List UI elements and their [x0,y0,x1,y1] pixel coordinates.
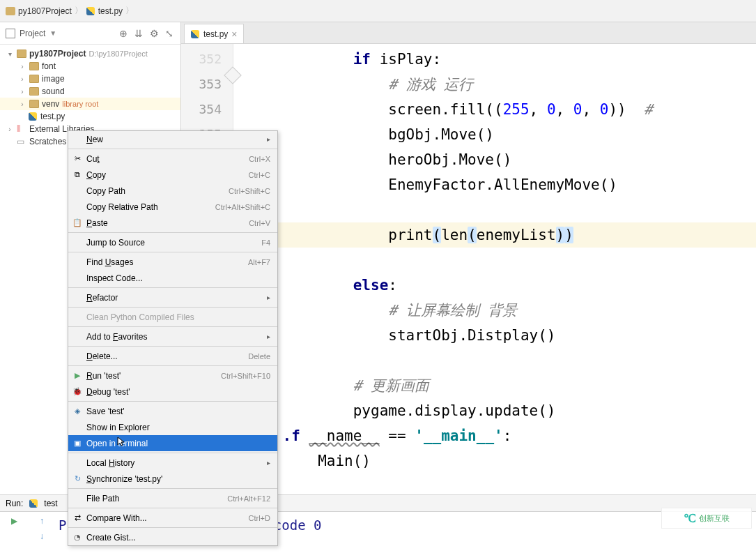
debug-icon: 🐞 [72,386,83,397]
menu-separator [68,401,277,402]
chevron-down-icon[interactable]: ▼ [49,29,56,37]
locate-icon[interactable]: ⊕ [118,28,129,39]
gear-icon[interactable]: ⚙ [148,28,160,39]
menu-label: Refactor [86,293,267,303]
menu-item-add-to-favorites[interactable]: Add to Favorites▸ [68,328,277,344]
menu-label: Jump to Source [86,238,261,248]
menu-item-file-path[interactable]: File PathCtrl+Alt+F12 [68,490,277,506]
menu-shortcut: Ctrl+Alt+F12 [227,494,270,503]
copy-icon: ⧉ [72,169,83,181]
menu-shortcut: Delete [248,352,270,361]
down-button[interactable]: ↓ [36,530,48,543]
menu-separator [68,527,277,528]
menu-item-debug-test[interactable]: 🐞Debug 'test' [68,384,277,400]
tree-folder-image[interactable]: › image [0,73,180,85]
breadcrumb-label: py1807Project [18,6,72,16]
project-header: Project ▼ ⊕ ⇊ ⚙ ⤡ [0,22,180,45]
menu-item-synchronize-test-py[interactable]: ↻Synchronize 'test.py' [68,471,277,487]
tree-label: sound [42,86,65,96]
close-icon[interactable]: × [231,29,237,40]
breadcrumb-project[interactable]: py1807Project [6,6,72,16]
tree-root[interactable]: ▾ py1807Project D:\py1807Project [0,47,180,60]
tree-label: image [42,74,65,84]
tab-label: test.py [203,29,228,39]
menu-label: Run 'test' [86,371,221,381]
menu-separator [68,508,277,508]
menu-item-show-in-explorer[interactable]: Show in Explorer [68,419,277,435]
menu-item-delete[interactable]: Delete...Delete [68,348,277,364]
up-button[interactable]: ↑ [36,515,48,527]
library-icon [17,124,26,134]
breadcrumb-label: test.py [98,6,123,16]
menu-label: Find Usages [86,257,248,267]
tree-label: venv [42,99,59,109]
menu-item-find-usages[interactable]: Find UsagesAlt+F7 [68,254,277,270]
expand-icon[interactable]: › [18,100,26,108]
expand-icon[interactable]: › [6,126,14,133]
menu-item-clean-python-compiled-files: Clean Python Compiled Files [68,309,277,325]
collapse-icon[interactable]: ⇊ [133,28,144,39]
hide-icon[interactable]: ⤡ [164,28,175,39]
rerun-button[interactable]: ▶ [8,515,20,527]
menu-separator [68,149,277,149]
submenu-arrow-icon: ▸ [267,459,270,467]
menu-shortcut: Ctrl+Shift+F10 [221,372,270,380]
tree-label: test.py [40,112,65,121]
menu-label: Copy [86,170,249,180]
scratch-icon [17,137,26,146]
menu-label: File Path [86,494,227,503]
breadcrumb-file[interactable]: test.py [86,6,123,16]
expand-icon[interactable]: › [18,75,26,83]
menu-item-run-test[interactable]: ▶Run 'test'Ctrl+Shift+F10 [68,368,277,384]
menu-item-refactor[interactable]: Refactor▸ [68,289,277,305]
chevron-right-icon: 〉 [125,5,134,17]
menu-item-create-gist[interactable]: ◔Create Gist... [68,529,277,545]
menu-separator [68,307,277,308]
expand-icon[interactable]: › [18,63,26,70]
menu-item-compare-with[interactable]: ⇄Compare With...Ctrl+D [68,510,277,526]
project-title[interactable]: Project [20,29,45,38]
tree-folder-sound[interactable]: › sound [0,85,180,98]
submenu-arrow-icon: ▸ [267,135,270,143]
tab-test-py[interactable]: test.py × [184,24,244,43]
menu-item-copy[interactable]: ⧉CopyCtrl+C [68,167,277,183]
menu-item-copy-relative-path[interactable]: Copy Relative PathCtrl+Alt+Shift+C [68,199,277,215]
menu-item-inspect-code[interactable]: Inspect Code... [68,270,277,286]
menu-label: Save 'test' [86,407,270,416]
menu-item-paste[interactable]: 📋PasteCtrl+V [68,215,277,231]
run-config-name[interactable]: test [44,499,57,508]
run-icon: ▶ [72,370,83,381]
menu-label: Cut [86,154,249,164]
term-icon: ▣ [72,438,83,449]
tree-file-test[interactable]: test.py [0,110,180,123]
menu-shortcut: Ctrl+X [249,155,270,163]
menu-label: Create Gist... [86,533,270,543]
tree-path: D:\py1807Project [88,50,147,58]
editor-tabs: test.py × [181,22,756,44]
run-label: Run: [6,499,23,508]
line-number: 354 [181,97,222,122]
submenu-arrow-icon: ▸ [267,333,270,340]
menu-label: Local History [86,458,267,468]
sync-icon: ↻ [72,474,83,485]
menu-label: New [86,135,267,144]
menu-item-jump-to-source[interactable]: Jump to SourceF4 [68,234,277,250]
menu-item-cut[interactable]: ✂CutCtrl+X [68,151,277,167]
tree-folder-venv[interactable]: › venv library root [0,98,180,110]
gist-icon: ◔ [72,532,83,543]
menu-separator [68,326,277,327]
expand-icon[interactable]: ▾ [6,50,14,58]
expand-icon[interactable]: › [18,88,26,96]
menu-item-copy-path[interactable]: Copy PathCtrl+Shift+C [68,183,277,199]
tree-folder-font[interactable]: › font [0,60,180,73]
menu-item-open-in-terminal[interactable]: ▣Open in terminal [68,435,277,451]
menu-separator [68,488,277,489]
menu-item-new[interactable]: New▸ [68,131,277,147]
project-panel-icon [6,29,15,38]
menu-item-local-history[interactable]: Local History▸ [68,455,277,471]
submenu-arrow-icon: ▸ [267,294,270,301]
code-content[interactable]: if isPlay: # 游戏 运行 screen.fill((255, 0, … [233,44,756,494]
folder-icon [6,7,15,15]
menu-shortcut: Ctrl+Alt+Shift+C [215,203,270,211]
menu-item-save-test[interactable]: ◈Save 'test' [68,403,277,419]
